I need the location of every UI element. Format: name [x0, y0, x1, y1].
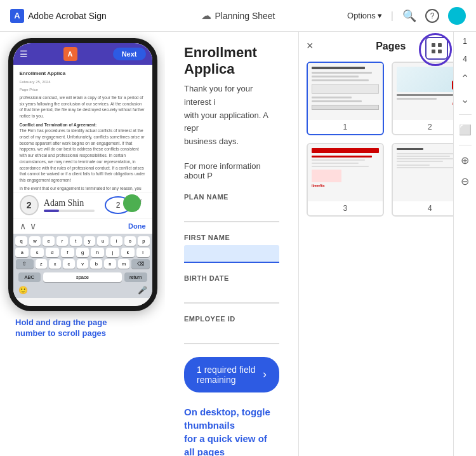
key-l[interactable]: l	[136, 248, 150, 257]
key-n[interactable]: n	[104, 259, 116, 269]
chevron-up-icon[interactable]: ⌃	[461, 72, 469, 84]
keyboard-row-2: a s d f g h j k l	[16, 248, 150, 257]
sidebar-page-4[interactable]: 4	[463, 55, 467, 64]
phone-section-heading: Conflict and Termination of Agreement:	[20, 122, 146, 128]
employee-id-input[interactable]	[184, 326, 279, 344]
sidebar-separator-2	[459, 145, 472, 145]
key-shift[interactable]: ⇧	[16, 259, 34, 269]
page-icon[interactable]: ⬜	[459, 124, 472, 136]
svg-rect-1	[438, 43, 442, 47]
app-name: Adobe Acrobat Sign	[28, 11, 107, 21]
sidebar-page-1[interactable]: 1	[463, 37, 467, 46]
key-delete[interactable]: ⌫	[131, 259, 149, 269]
pages-grid: 1 Adobe 2	[307, 62, 468, 217]
key-z[interactable]: z	[36, 259, 48, 269]
document-area: Enrollment Applica Thank you for your in…	[165, 32, 298, 456]
key-m[interactable]: m	[118, 259, 130, 269]
key-f[interactable]: f	[61, 248, 74, 257]
key-y[interactable]: y	[84, 236, 95, 246]
search-button[interactable]: 🔍	[402, 9, 416, 23]
pages-panel: × Pages	[298, 32, 476, 456]
page-thumb-1-label: 1	[308, 120, 383, 134]
required-arrow-icon: ›	[263, 368, 267, 381]
vertical-separator: |	[391, 10, 393, 22]
emoji-icon[interactable]: 🙂	[18, 286, 28, 295]
key-s[interactable]: s	[30, 248, 44, 257]
document-more-info: For more information about P	[184, 161, 279, 180]
next-button[interactable]: Next	[113, 48, 146, 60]
mic-icon[interactable]: 🎤	[138, 286, 147, 295]
form-field-plan-name: PLAN NAME	[184, 193, 279, 222]
bottom-caption: Hold and drag the pagenumber to scroll p…	[6, 311, 159, 339]
key-o[interactable]: o	[124, 236, 136, 246]
zoom-in-icon[interactable]: ⊕	[461, 154, 469, 166]
key-k[interactable]: k	[121, 248, 135, 257]
key-h[interactable]: h	[91, 248, 104, 257]
phone-doc-title: Enrollment Applica	[20, 70, 146, 77]
key-space[interactable]: space	[43, 272, 122, 282]
first-name-input[interactable]	[184, 245, 279, 263]
key-p[interactable]: p	[138, 236, 149, 246]
chevron-down-icon[interactable]: ⌄	[461, 93, 469, 105]
key-b[interactable]: b	[90, 259, 102, 269]
page-thumb-1[interactable]: 1	[307, 62, 384, 135]
key-abc[interactable]: ABC	[18, 272, 41, 282]
phone-page-indicator: 2 Adam Shin 2 of 7	[13, 192, 152, 218]
plan-name-input[interactable]	[184, 205, 279, 222]
nav-up-arrow[interactable]: ∧	[20, 221, 26, 231]
key-e[interactable]: e	[43, 236, 54, 246]
page-thumb-3[interactable]: ibenefits 3	[307, 143, 384, 217]
app-logo: A Adobe Acrobat Sign	[10, 9, 107, 23]
key-return[interactable]: return	[124, 272, 147, 282]
phone-page-number[interactable]: 2	[20, 195, 39, 215]
key-t[interactable]: t	[70, 236, 81, 246]
nav-down-arrow[interactable]: ∨	[30, 221, 36, 231]
phone-nav-bar: ∧ ∨ Done	[13, 218, 152, 234]
phone-top-bar: ☰ A Next	[13, 43, 152, 65]
birth-date-input[interactable]	[184, 286, 279, 304]
key-i[interactable]: i	[110, 236, 122, 246]
phone-mockup: ☰ A Next Enrollment Applica February 25,…	[8, 38, 157, 311]
header-center: ☁ Planning Sheet	[201, 10, 275, 22]
document-intro: Thank you for your interest i with your …	[184, 83, 279, 149]
key-w[interactable]: w	[29, 236, 41, 246]
phone-screen: ☰ A Next Enrollment Applica February 25,…	[13, 43, 152, 306]
form-field-birth-date: BIRTH DATE	[184, 274, 279, 304]
keyboard-row-1: q w e r t y u i o p	[16, 236, 150, 246]
center-panel: Enrollment Applica Thank you for your in…	[165, 32, 298, 456]
help-button[interactable]: ?	[425, 9, 439, 23]
hamburger-icon[interactable]: ☰	[20, 49, 28, 59]
user-avatar[interactable]	[448, 7, 466, 25]
keyboard-emoji-row: 🙂 🎤	[16, 285, 150, 298]
page-thumb-3-img: ibenefits	[308, 144, 383, 201]
left-panel: ☰ A Next Enrollment Applica February 25,…	[0, 32, 165, 456]
required-fields-banner[interactable]: 1 required field remaining ›	[184, 357, 279, 392]
key-g[interactable]: g	[76, 248, 89, 257]
phone-page-price: Page Price	[20, 87, 146, 92]
acrobat-logo-icon: A	[10, 9, 24, 23]
svg-rect-0	[432, 43, 435, 47]
pages-close-button[interactable]: ×	[307, 39, 314, 53]
employee-id-label: EMPLOYEE ID	[184, 315, 279, 323]
key-r[interactable]: r	[56, 236, 68, 246]
zoom-out-icon[interactable]: ⊖	[461, 175, 469, 187]
desktop-tip: On desktop, toggle thumbnailsfor a quick…	[184, 405, 279, 456]
pages-title: Pages	[376, 41, 406, 52]
key-c[interactable]: c	[63, 259, 75, 269]
phone-body-text: professional conduct, we will retain a c…	[20, 95, 146, 119]
done-button[interactable]: Done	[128, 222, 146, 230]
form-field-first-name: FIRST NAME	[184, 234, 279, 263]
grid-toggle-button[interactable]	[425, 37, 448, 60]
key-x[interactable]: x	[49, 259, 61, 269]
key-d[interactable]: d	[46, 248, 59, 257]
phone-agreement-text: The Firm has procedures to identify actu…	[20, 128, 146, 184]
key-j[interactable]: j	[106, 248, 119, 257]
key-v[interactable]: v	[77, 259, 89, 269]
key-a[interactable]: a	[15, 248, 29, 257]
keyboard-row-3: ⇧ z x c v b n m ⌫	[16, 259, 150, 269]
required-fields-text: 1 required field remaining	[197, 365, 263, 385]
options-menu[interactable]: Options ▾	[347, 11, 382, 20]
key-u[interactable]: u	[97, 236, 109, 246]
key-q[interactable]: q	[15, 236, 27, 246]
svg-rect-3	[438, 50, 442, 53]
